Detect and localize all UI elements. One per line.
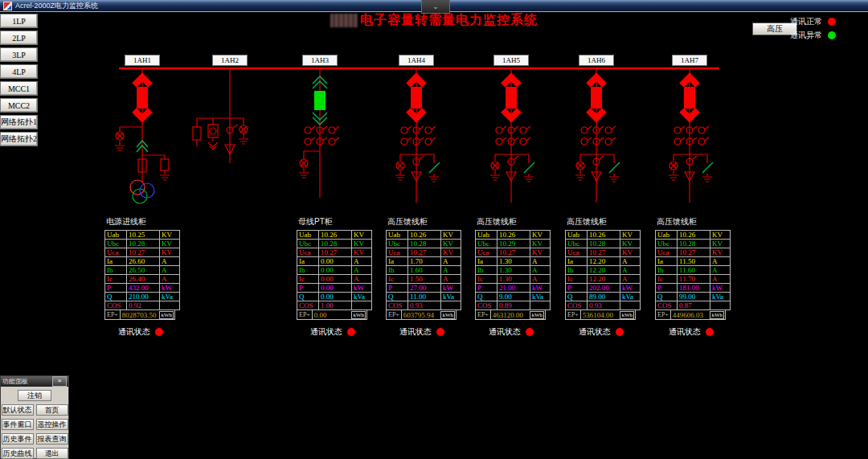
comm-status-label: 通讯状态	[579, 326, 611, 338]
measurement-row: Ib26.50A	[105, 266, 180, 275]
energy-row: EP+536104.00kWh	[565, 310, 636, 320]
measurement-row: Ic11.70A	[656, 275, 731, 284]
measurement-row: Q0.00kVa	[297, 293, 372, 301]
measurement-row: COS0.89	[476, 301, 551, 310]
comm-status-dot	[526, 328, 534, 336]
comm-status-label: 通讯状态	[310, 326, 342, 338]
energy-unit: kWh	[620, 311, 634, 319]
measurement-row: Uab10.26KV	[387, 231, 461, 240]
measurement-row: Uab10.25KV	[105, 231, 180, 240]
measurement-table: Uab10.26KVUbc10.29KVUca10.27KVIa1.30AIb1…	[475, 230, 551, 310]
comm-status-label: 通讯状态	[669, 326, 701, 338]
measurement-row: P202.00kW	[566, 284, 641, 293]
cabinet-panel: 高压馈线柜Uab10.26KVUbc10.29KVUca10.27KVIa1.3…	[475, 216, 547, 338]
report-query-button[interactable]: 报表查询	[36, 433, 68, 445]
comm-status: 通讯状态	[475, 326, 547, 338]
measurement-row: Uca10.27KV	[656, 248, 731, 257]
measurement-row: Ib0.00A	[297, 266, 372, 275]
cabinet-panel: 电源进线柜Uab10.25KVUbc10.28KVUca10.27KVIa26.…	[104, 216, 177, 338]
measurement-row: Ia1.30A	[476, 257, 551, 266]
feeder-1ah2-diagram[interactable]	[193, 69, 248, 163]
measurement-row: Ib1.30A	[476, 266, 551, 275]
default-state-button[interactable]: 默认状态	[2, 404, 34, 416]
feeder-1ah6-diagram[interactable]	[575, 69, 620, 203]
measurement-row: P21.00kW	[476, 284, 551, 293]
history-curve-button[interactable]: 历史曲线	[2, 448, 34, 459]
logout-button[interactable]: 注销	[18, 390, 51, 401]
measurement-row: COS0.87	[656, 301, 731, 310]
energy-label: EP+	[476, 310, 491, 319]
energy-unit: kWh	[351, 311, 366, 319]
scada-screen: Acrel-2000Z电力监控系统 ⌄ 电子容量转需量电力监控系统 高压 通讯正…	[0, 0, 868, 459]
comm-status: 通讯状态	[386, 326, 458, 338]
comm-status: 通讯状态	[565, 326, 637, 338]
measurement-row: Q99.00kVa	[656, 293, 731, 301]
energy-value: 463120.00	[491, 311, 530, 319]
measurement-row: Uab10.26KV	[476, 231, 551, 240]
cabinet-panel: 母线PT柜Uab10.26KVUbc10.28KVUca10.27KVIa0.0…	[297, 216, 369, 338]
measurement-row: Uab10.26KV	[297, 231, 372, 240]
feeder-1ah3-diagram[interactable]	[299, 69, 339, 198]
comm-status-dot	[436, 328, 444, 336]
measurement-row: Uca10.27KV	[566, 248, 641, 257]
energy-value: 8028703.50	[121, 311, 159, 319]
feeder-1ah1-diagram[interactable]	[115, 69, 170, 203]
comm-status-label: 通讯状态	[489, 326, 521, 338]
measurement-row: Ia12.20A	[566, 257, 641, 266]
measurement-row: Q89.00kVa	[566, 293, 641, 301]
comm-status-label: 通讯状态	[399, 326, 432, 338]
cabinet-panel: 高压馈线柜Uab10.26KVUbc10.28KVUca10.27KVIa12.…	[565, 216, 637, 338]
cabinet-title: 高压馈线柜	[567, 216, 637, 227]
comm-status-dot	[706, 328, 714, 336]
energy-unit: kWh	[710, 311, 724, 319]
feeder-1ah4-diagram[interactable]	[395, 69, 440, 203]
exit-button[interactable]: 退出	[36, 448, 68, 459]
measurement-row: P432.00kW	[105, 284, 180, 293]
function-panel-titlebar[interactable]: 功能面板 ×	[1, 376, 68, 387]
energy-unit: kWh	[530, 311, 544, 319]
function-panel-window: 功能面板 × 注销 默认状态 首页 事件窗口 遥控操作 历史事件 报表查询 历史…	[0, 375, 69, 459]
comm-status-dot	[347, 328, 355, 336]
measurement-row: P0.00kW	[297, 284, 372, 293]
energy-label: EP+	[387, 310, 402, 319]
history-events-button[interactable]: 历史事件	[2, 433, 34, 445]
close-icon[interactable]: ×	[52, 376, 67, 387]
energy-row: EP+8028703.50kWh	[104, 310, 175, 320]
measurement-row: COS0.92	[105, 301, 180, 310]
feeder-1ah7-diagram[interactable]	[669, 69, 713, 203]
measurement-row: Ubc10.28KV	[105, 240, 180, 248]
measurement-row: Uca10.27KV	[105, 248, 180, 257]
measurement-row: Ubc10.28KV	[387, 240, 461, 248]
function-panel-grid: 默认状态 首页 事件窗口 遥控操作 历史事件 报表查询 历史曲线 退出	[1, 404, 68, 459]
feeder-1ah5-diagram[interactable]	[490, 69, 534, 203]
cabinet-panel: 高压馈线柜Uab10.26KVUbc10.28KVUca10.27KVIa1.7…	[386, 216, 458, 338]
measurement-row: Ib12.20A	[566, 266, 641, 275]
remote-control-button[interactable]: 遥控操作	[36, 419, 68, 430]
comm-status-dot	[155, 328, 163, 336]
measurement-row: Ic0.00A	[297, 275, 372, 284]
cabinet-title: 高压馈线柜	[477, 216, 547, 227]
energy-row: EP+0.00kWh	[297, 310, 367, 320]
measurement-row: COS0.93	[566, 301, 641, 310]
measurement-row: Uca10.27KV	[297, 248, 372, 257]
measurement-row: Ia11.50A	[656, 257, 731, 266]
energy-label: EP+	[566, 310, 581, 319]
measurement-row: Ic12.20A	[566, 275, 641, 284]
measurement-row: Ia1.70A	[387, 257, 461, 266]
measurement-table: Uab10.26KVUbc10.28KVUca10.27KVIa12.20AIb…	[565, 230, 641, 310]
energy-value: 0.00	[313, 311, 351, 319]
energy-label: EP+	[656, 310, 671, 319]
home-button[interactable]: 首页	[36, 404, 68, 416]
measurement-row: Ubc10.28KV	[297, 240, 372, 248]
event-window-button[interactable]: 事件窗口	[2, 419, 34, 430]
energy-label: EP+	[105, 310, 121, 319]
measurement-row: COS1.00	[297, 301, 372, 310]
measurement-table: Uab10.26KVUbc10.28KVUca10.27KVIa1.70AIb1…	[386, 230, 461, 310]
measurement-row: Ubc10.28KV	[656, 240, 731, 248]
measurement-row: Ib1.60A	[387, 266, 461, 275]
function-panel-body: 注销 默认状态 首页 事件窗口 遥控操作 历史事件 报表查询 历史曲线 退出	[1, 387, 68, 459]
energy-row: EP+603795.94kWh	[386, 310, 457, 320]
energy-unit: kWh	[159, 311, 174, 319]
measurement-row: COS0.93	[387, 301, 461, 310]
measurement-row: Ia26.60A	[105, 257, 180, 266]
